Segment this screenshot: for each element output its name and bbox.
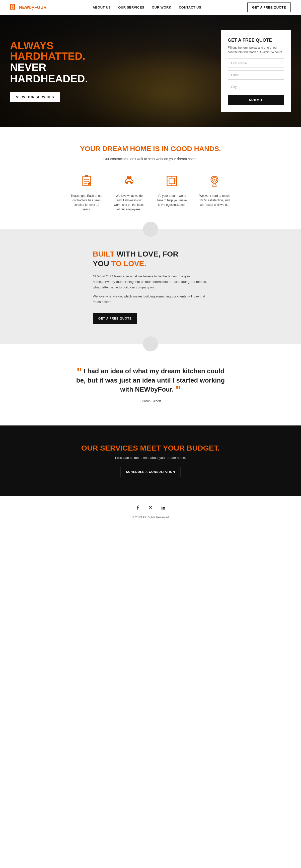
first-name-input[interactable] [228, 59, 284, 68]
svg-line-20 [216, 184, 216, 186]
footer-copyright: © 2023 All Rights Reserved [10, 516, 291, 519]
feature-love: We love what we do and it shows in our w… [113, 174, 145, 212]
nav-about[interactable]: ABOUT US [93, 5, 111, 9]
hero-view-services-button[interactable]: VIEW OUR SERVICES [10, 92, 60, 102]
handshake-icon [122, 174, 137, 188]
badge-icon: ★ [207, 174, 222, 188]
logo-icon [10, 3, 17, 12]
testimonial-author: - Sarah Gilbert [15, 399, 286, 403]
svg-text:★: ★ [213, 179, 216, 181]
feature-satisfaction-text: We work hard to reach 100% satisfaction,… [198, 193, 231, 207]
about-heading: YOUR DREAM HOME IS IN GOOD HANDS. [10, 145, 291, 153]
svg-line-19 [213, 184, 213, 186]
testimonial-section: " I had an idea of what my dream kitchen… [0, 344, 301, 425]
feature-dream-text: It's your dream, we're here to help you … [156, 193, 188, 207]
svg-text:✓: ✓ [89, 183, 91, 185]
nav-cta-button[interactable]: GET A FREE QUOTE [247, 2, 291, 12]
facebook-icon[interactable] [133, 503, 141, 512]
hero-section: ALWAYS HARDHATTED. NEVER HARDHEADED. VIE… [0, 15, 301, 127]
twitter-x-icon[interactable] [146, 503, 155, 512]
quote-form-card: GET A FREE QUOTE Fill out the form below… [221, 30, 291, 112]
nav-contact[interactable]: CONTACT US [179, 5, 201, 9]
feature-satisfaction: ★ We work hard to reach 100% satisfactio… [198, 174, 231, 212]
svg-rect-5 [85, 175, 88, 177]
quote-form-description: Fill out the form below and one of our c… [228, 45, 284, 55]
built-section: BUILT WITH LOVE, FOR YOU TO LOVE. NEWbyF… [83, 229, 218, 344]
nav-links: ABOUT US OUR SERVICES OUR WORK CONTACT U… [93, 5, 201, 9]
features-grid: ✓ That's right. Each of our contractors … [10, 174, 291, 212]
circle-top-deco [143, 222, 158, 237]
built-cta-button[interactable]: GET A FREE QUOTE [93, 313, 137, 324]
frame-icon [164, 174, 179, 188]
feature-certified-text: That's right. Each of our contractors ha… [70, 193, 103, 212]
hero-title: ALWAYS HARDHATTED. NEVER HARDHEADED. [10, 40, 110, 85]
testimonial-quote: " I had an idea of what my dream kitchen… [73, 367, 228, 394]
city-input[interactable] [228, 82, 284, 91]
nav-services[interactable]: OUR SERVICES [118, 5, 144, 9]
feature-certified: ✓ That's right. Each of our contractors … [70, 174, 103, 212]
email-input[interactable] [228, 70, 284, 80]
feature-dream: It's your dream, we're here to help you … [156, 174, 188, 212]
quote-submit-button[interactable]: SUBMIT [228, 95, 284, 105]
services-heading: OUR SERVICES MEET YOUR BUDGET. [81, 444, 220, 452]
svg-rect-12 [169, 178, 175, 184]
clipboard-icon: ✓ [79, 174, 94, 188]
linkedin-icon[interactable] [160, 503, 168, 512]
social-icons [10, 503, 291, 512]
navbar: NEWbyFOUR ABOUT US OUR SERVICES OUR WORK… [0, 0, 301, 15]
svg-rect-23 [162, 507, 163, 509]
built-heading: BUILT WITH LOVE, FOR YOU TO LOVE. [93, 249, 208, 268]
logo-text: NEWbyFOUR [19, 5, 47, 10]
services-subtitle: Let's plan a time to chat about your dre… [115, 456, 186, 460]
svg-rect-0 [10, 4, 12, 9]
services-section: OUR SERVICES MEET YOUR BUDGET. Let's pla… [0, 426, 301, 496]
circle-bottom-deco [143, 336, 158, 351]
built-paragraph2: We love what we do, which makes building… [93, 294, 208, 305]
svg-point-24 [162, 505, 163, 506]
feature-love-text: We love what we do and it shows in our w… [113, 193, 145, 212]
quote-close-mark: " [176, 384, 181, 396]
services-schedule-button[interactable]: SCHEDULE A CONSULTATION [120, 467, 181, 477]
about-section: YOUR DREAM HOME IS IN GOOD HANDS. Our co… [0, 127, 301, 229]
footer: © 2023 All Rights Reserved [0, 496, 301, 527]
built-paragraph1: NEWbyFOUR takes after what we believe to… [93, 274, 208, 290]
quote-form-title: GET A FREE QUOTE [228, 38, 284, 43]
about-subtitle: Our contractors can't wait to start work… [10, 157, 291, 161]
built-wrapper: BUILT WITH LOVE, FOR YOU TO LOVE. NEWbyF… [0, 229, 301, 344]
logo[interactable]: NEWbyFOUR [10, 3, 47, 12]
nav-work[interactable]: OUR WORK [152, 5, 171, 9]
svg-rect-1 [13, 4, 14, 9]
